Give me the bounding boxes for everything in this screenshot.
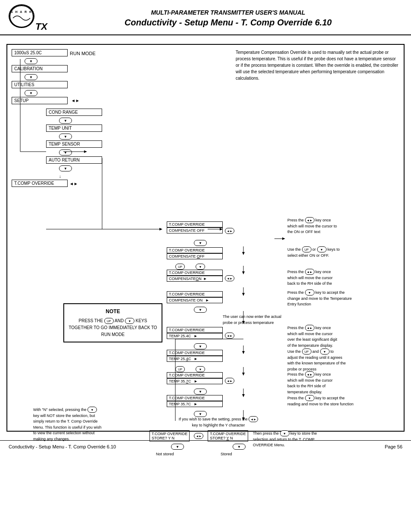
down-btn-select[interactable]: ▼	[196, 264, 205, 270]
arrow-right-1: ◄►	[71, 98, 80, 103]
temp-unit-row: TEMP UNIT	[46, 124, 102, 133]
svg-marker-27	[242, 394, 245, 397]
enter-btn-desc1[interactable]: ◄►	[305, 217, 314, 223]
down-btn-2: ▼	[18, 74, 102, 80]
desc-enter-4: Press the ◄► key once which will move th…	[287, 371, 391, 395]
down-btn-not-store[interactable]: ▼	[87, 407, 97, 413]
down-store-right: ▼	[226, 444, 246, 450]
down-btn-store[interactable]: ▼	[305, 395, 314, 401]
calibration-row: CALIBRATION	[12, 65, 102, 73]
down-arrow-6[interactable]: ▼	[59, 149, 72, 156]
arrow-7: ►	[194, 379, 198, 383]
svg-marker-17	[242, 271, 245, 274]
header-text: MULTI-PARAMETER TRANSMITTER USER'S MANUA…	[54, 9, 402, 28]
down-indicator: ↓	[59, 174, 102, 179]
down-btn-3: ▼	[18, 90, 102, 96]
footer-right: Page 56	[385, 444, 402, 449]
store-row: T.COMP OVERRIDE STORE? Y N ◄► T.COMP OVE…	[149, 430, 248, 442]
temp-sensor-row: TEMP SENSOR	[46, 140, 102, 149]
enter-btn-store[interactable]: ◄►	[194, 433, 203, 439]
down-flow-btn-3[interactable]: ▼	[194, 343, 207, 349]
down-btn-note[interactable]: ▼	[125, 318, 134, 324]
utilities-row: UTILITIES	[12, 81, 102, 89]
enter-btn-2[interactable]: ◄►	[225, 275, 234, 281]
store-box-left: T.COMP OVERRIDE STORE? Y N	[149, 430, 190, 442]
desc-up-down: Use the UP or ▼ keys to select either ON…	[287, 246, 391, 258]
nav-enter-3: ◄►	[225, 333, 234, 339]
svg-marker-25	[242, 373, 245, 376]
tcomp-flow-7: T.COMP OVERRIDE	[167, 372, 223, 378]
note-title: NOTE	[68, 308, 158, 316]
desc-adjust-temp: Use the UP and ▼ to adjust the reading u…	[287, 348, 391, 372]
flow-temp-1: T.COMP OVERRIDE TEMP 25.4C ►	[167, 327, 223, 339]
diagram-area: 1000uS 25.0C RUN MODE ▼ CALIBRATION ▼ UT…	[6, 44, 405, 432]
enter-btn-3[interactable]: ◄►	[225, 333, 234, 339]
temp-35-2: TEMP 35.7C ►	[167, 401, 223, 407]
cond-range-box: COND RANGE	[46, 109, 102, 116]
nav-enter-1: ◄►	[225, 228, 234, 234]
down-arrow-7[interactable]: ▼	[59, 165, 72, 171]
down-flow-btn-4[interactable]: ▼	[194, 389, 207, 395]
svg-marker-13	[242, 252, 245, 255]
down-flow-1: ▼	[187, 240, 207, 246]
down-arrow-2[interactable]: ▼	[25, 74, 37, 80]
page-header: S H A R K TX MULTI-PARAMETER TRANSMITTER…	[0, 0, 411, 35]
menu-section: 1000uS 25.0C RUN MODE ▼ CALIBRATION ▼ UT…	[12, 49, 102, 189]
comp-off-cursor: COMPENSATE OFF	[167, 253, 223, 259]
down-btn-desc2[interactable]: ▼	[305, 289, 314, 296]
desc-down-accept: Press the ▼ key to accept the change and…	[287, 289, 391, 308]
enter-btn-4[interactable]: ◄►	[225, 378, 234, 384]
tcomp-flow-5: T.COMP OVERRIDE	[167, 327, 223, 333]
desc-then-press: Then press the ▼ key to store the select…	[253, 430, 356, 448]
auto-return-box: AUTO RETURN	[46, 156, 102, 164]
down-arrow-3[interactable]: ▼	[25, 90, 37, 96]
arrow-right-3: ►	[203, 277, 207, 281]
tcomp-flow-8: T.COMP OVERRIDE	[167, 395, 223, 401]
up-down-select: UP ▼	[175, 264, 205, 270]
temp-25-1: TEMP 25.4C ►	[167, 333, 223, 339]
header-title2: Conductivity - Setup Menu - T. Comp Over…	[54, 18, 402, 28]
down-arrow-4[interactable]: ▼	[59, 118, 72, 124]
logo-tx: TX	[35, 21, 47, 32]
logo-circle: S H A R K	[9, 4, 34, 28]
down-btn-temp[interactable]: ▼	[196, 366, 205, 372]
enter-btn-desc4[interactable]: ◄►	[305, 371, 314, 377]
down-arrow-5[interactable]: ▼	[59, 134, 72, 140]
desc-down-store: Press the ▼ key to accept the reading an…	[287, 395, 391, 407]
enter-btn-desc2[interactable]: ◄►	[305, 269, 314, 275]
down-arrow-1[interactable]: ▼	[25, 58, 37, 64]
down-btn-1: ▼	[18, 58, 102, 64]
reading-row: 1000uS 25.0C RUN MODE	[12, 49, 102, 57]
note-section: NOTE PRESS THE UP AND ▼ KEYS TOGETHER TO…	[63, 303, 162, 342]
arrow-4: ►	[206, 298, 209, 302]
down-store-btn-left[interactable]: ▼	[171, 444, 184, 450]
footer-left: Conductivity - Setup Menu - T. Comp Over…	[9, 444, 116, 449]
down-btn-desc3[interactable]: ▼	[320, 348, 330, 355]
down-flow-4: ▼	[187, 389, 207, 395]
calibration-box: CALIBRATION	[12, 65, 68, 72]
enter-btn-1[interactable]: ◄►	[225, 228, 234, 234]
up-btn-note[interactable]: UP	[104, 318, 114, 324]
flow-temp-2: T.COMP OVERRIDE TEMP 25.4C ►	[167, 350, 223, 362]
down-flow-btn-2[interactable]: ▼	[194, 307, 207, 313]
down-btn-then[interactable]: ▼	[280, 430, 290, 436]
not-stored-label: Not stored	[156, 452, 174, 456]
reading-box: 1000uS 25.0C	[12, 49, 68, 56]
tcomp-flow-2: T.COMP OVERRIDE	[167, 247, 223, 253]
down-flow-btn-1[interactable]: ▼	[194, 240, 207, 246]
tcomp-flow-4: T.COMP OVERRIDE	[167, 291, 223, 297]
comp-off-flow-1: COMPENSATE OFF	[167, 227, 223, 233]
enter-btn-desc3[interactable]: ◄►	[305, 325, 314, 331]
temp-unit-box: TEMP UNIT	[46, 124, 102, 132]
down-store-left: ▼	[165, 444, 184, 450]
up-down-temp: UP ▼	[175, 366, 205, 372]
flow-comp-on-2: T.COMP OVERRIDE COMPENSATE ON ►	[167, 291, 223, 303]
tcomp-flow-3: T.COMP OVERRIDE	[167, 270, 223, 276]
up-btn-desc[interactable]: UP	[302, 246, 311, 252]
enter-btn-save[interactable]: ◄►	[249, 416, 258, 422]
down-btn-desc[interactable]: ▼	[317, 246, 327, 252]
down-store-btn-right[interactable]: ▼	[233, 444, 246, 450]
up-btn-temp[interactable]: UP	[175, 366, 185, 372]
up-btn-desc2[interactable]: UP	[302, 348, 311, 355]
up-btn-select[interactable]: UP	[175, 264, 185, 270]
